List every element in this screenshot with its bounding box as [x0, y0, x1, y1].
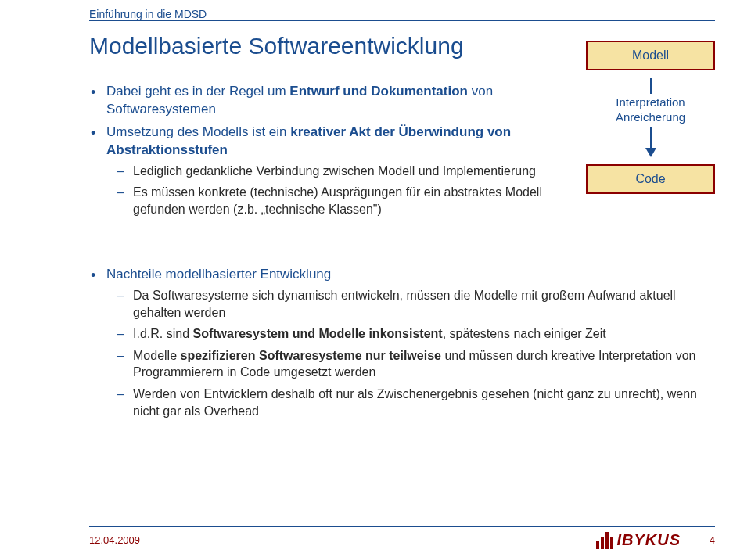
footer-date: 12.04.2009 [89, 534, 140, 546]
slide-title: Modellbasierte Softwareentwicklung [89, 33, 464, 59]
arrow-label-line: Anreicherung [616, 110, 685, 124]
dash-text: Werden von Entwicklern deshalb oft nur a… [133, 387, 697, 418]
diagram-arrow: Interpretation Anreicherung [586, 70, 715, 164]
dash-item: I.d.R. sind Softwaresystem und Modelle i… [106, 325, 715, 343]
dash-text-tail: , spätestens nach einiger Zeit [443, 327, 606, 340]
logo: IBYKUS [596, 531, 681, 549]
arrow-label-line: Interpretation [616, 95, 685, 109]
bullet-text-bold: Entwurf und Dokumentation [289, 84, 468, 99]
footer-divider [89, 526, 715, 527]
logo-bars-icon [596, 532, 613, 549]
diagram-box-code: Code [586, 164, 715, 194]
bullet-item: Umsetzung des Modells ist ein kreativer … [89, 124, 555, 218]
bullet-text: Umsetzung des Modells ist ein [106, 124, 290, 139]
footer-page-number: 4 [710, 534, 715, 546]
dash-item: Es müssen konkrete (technische) Ausprägu… [106, 184, 555, 217]
dash-item: Lediglich gedankliche Verbindung zwische… [106, 163, 555, 180]
logo-text: IBYKUS [616, 531, 681, 549]
dash-text: I.d.R. sind [133, 327, 192, 340]
breadcrumb: Einführung in die MDSD [89, 8, 207, 20]
dash-text-bold: Softwaresystem und Modelle inkonsistent [192, 327, 442, 340]
bullet-item: Dabei geht es in der Regel um Entwurf un… [89, 83, 555, 119]
dash-item: Werden von Entwicklern deshalb oft nur a… [106, 386, 715, 419]
content-wide: Nachteile modellbasierter Entwicklung Da… [89, 266, 715, 424]
bullet-item: Nachteile modellbasierter Entwicklung Da… [89, 266, 715, 419]
diagram-arrow-label: Interpretation Anreicherung [600, 94, 702, 127]
content-top: Dabei geht es in der Regel um Entwurf un… [89, 83, 555, 223]
dash-item: Da Softwaresysteme sich dynamisch entwic… [106, 287, 715, 321]
diagram: Modell Interpretation Anreicherung Code [586, 41, 715, 194]
diagram-box-modell: Modell [586, 41, 715, 70]
dash-text: Da Softwaresysteme sich dynamisch entwic… [133, 289, 676, 319]
header-divider [89, 20, 715, 21]
dash-item: Modelle spezifizieren Softwaresysteme nu… [106, 347, 715, 381]
bullet-text: Dabei geht es in der Regel um [106, 84, 289, 99]
bullet-text: Nachteile modellbasierter Entwicklung [106, 267, 331, 282]
dash-text: Modelle [133, 349, 180, 362]
dash-text-bold: spezifizieren Softwaresysteme nur teilwe… [180, 349, 440, 362]
